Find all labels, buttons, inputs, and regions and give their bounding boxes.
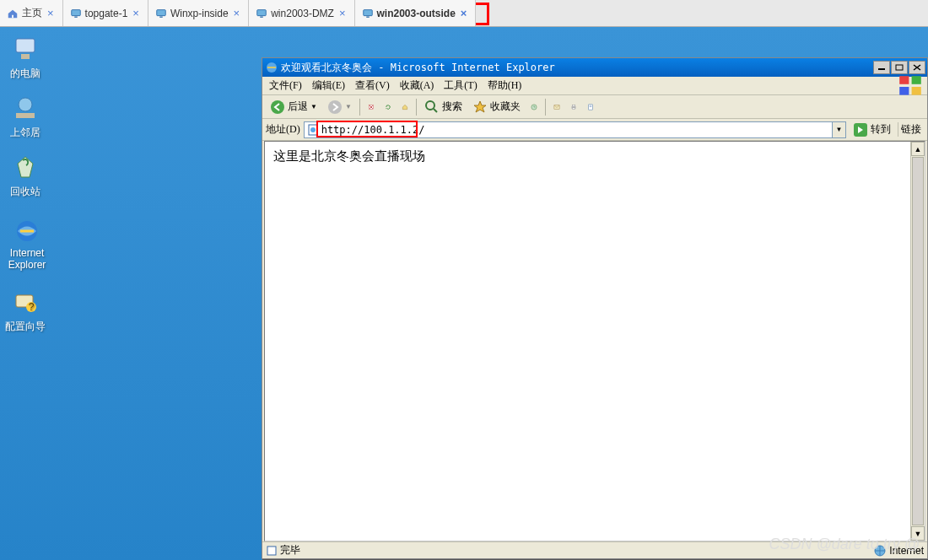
menu-help[interactable]: 帮助(H) <box>484 77 526 94</box>
vm-tab-label: win2003-DMZ <box>271 8 334 19</box>
vm-tab-label: win2003-outside <box>377 8 456 19</box>
back-label: 后退 <box>288 100 308 114</box>
close-icon[interactable]: × <box>232 7 242 19</box>
status-text: 完毕 <box>280 543 300 557</box>
vertical-scrollbar[interactable]: ▲ ▼ <box>910 142 925 541</box>
monitor-icon <box>362 8 374 19</box>
menu-edit[interactable]: 编辑(E) <box>309 77 348 94</box>
vm-tab-winxp[interactable]: Winxp-inside × <box>148 0 249 26</box>
vm-tab-label: topgate-1 <box>85 8 128 19</box>
go-label: 转到 <box>871 122 891 137</box>
vm-tab-topgate[interactable]: topgate-1 × <box>63 0 148 26</box>
chevron-down-icon: ▼ <box>836 126 843 133</box>
svg-rect-0 <box>71 9 80 15</box>
refresh-button[interactable] <box>380 100 396 115</box>
page-content: 这里是北京冬奥会直播现场 ▲ ▼ <box>264 141 925 541</box>
svg-rect-9 <box>21 54 30 59</box>
menu-favorites[interactable]: 收藏(A) <box>397 77 438 94</box>
search-icon <box>424 100 440 115</box>
go-icon <box>853 122 868 137</box>
svg-rect-37 <box>589 104 592 109</box>
chevron-down-icon: ▼ <box>310 103 317 110</box>
desktop-icon-label: 配置向导 <box>0 320 51 334</box>
svg-rect-7 <box>366 16 370 17</box>
close-icon[interactable]: × <box>46 7 56 19</box>
close-icon[interactable]: × <box>337 7 348 19</box>
window-title: 欢迎观看北京冬奥会 - Microsoft Internet Explorer <box>281 61 873 75</box>
menu-file[interactable]: 文件(F) <box>266 77 305 94</box>
address-input[interactable] <box>321 123 832 137</box>
monitor-icon <box>70 8 82 19</box>
svg-rect-36 <box>572 107 575 109</box>
svg-rect-2 <box>157 9 166 15</box>
svg-rect-6 <box>363 9 372 15</box>
close-button[interactable] <box>909 61 925 74</box>
desktop-icon-network[interactable]: 上邻居 <box>0 94 51 140</box>
minimize-button[interactable] <box>873 61 890 74</box>
search-button[interactable]: 搜索 <box>420 97 467 117</box>
menu-tools[interactable]: 工具(T) <box>440 77 480 94</box>
svg-text:?: ? <box>29 301 35 313</box>
scroll-up-button[interactable]: ▲ <box>911 142 925 156</box>
svg-point-41 <box>310 127 316 132</box>
stop-button[interactable] <box>364 100 379 115</box>
address-dropdown-button[interactable]: ▼ <box>832 122 845 137</box>
svg-rect-21 <box>899 76 909 84</box>
svg-rect-22 <box>912 76 921 84</box>
network-icon <box>11 94 40 123</box>
close-icon[interactable]: × <box>459 7 469 19</box>
ie-window: 欢迎观看北京冬奥会 - Microsoft Internet Explorer … <box>262 57 928 559</box>
print-button[interactable] <box>566 100 581 115</box>
search-label: 搜索 <box>442 100 462 114</box>
svg-rect-23 <box>899 87 909 95</box>
page-body-text: 这里是北京冬奥会直播现场 <box>265 142 925 171</box>
separator <box>545 99 546 116</box>
vm-tab-home[interactable]: 主页 × <box>0 0 63 26</box>
home-button[interactable] <box>397 100 413 115</box>
menu-view[interactable]: 查看(V) <box>352 77 393 94</box>
history-button[interactable] <box>526 100 542 115</box>
home-icon <box>7 8 19 19</box>
mail-button[interactable] <box>549 100 564 115</box>
svg-rect-8 <box>16 39 35 52</box>
back-icon <box>270 100 285 115</box>
globe-icon <box>874 545 886 557</box>
scroll-down-button[interactable]: ▼ <box>911 526 925 541</box>
svg-rect-3 <box>159 16 163 17</box>
vm-tab-outside[interactable]: win2003-outside × <box>355 0 477 26</box>
scroll-thumb[interactable] <box>912 157 924 525</box>
svg-point-25 <box>271 100 284 114</box>
svg-rect-18 <box>896 65 903 70</box>
address-label: 地址(D) <box>266 122 300 137</box>
back-button[interactable]: 后退 ▼ <box>266 97 321 117</box>
separator <box>416 99 417 116</box>
titlebar[interactable]: 欢迎观看北京冬奥会 - Microsoft Internet Explorer <box>262 58 927 77</box>
vm-tab-dmz[interactable]: win2003-DMZ × <box>249 0 354 26</box>
windows-logo-icon <box>897 78 924 94</box>
svg-rect-1 <box>74 16 78 17</box>
favorites-button[interactable]: 收藏夹 <box>468 97 525 117</box>
close-icon[interactable]: × <box>131 7 141 19</box>
svg-line-31 <box>434 109 437 112</box>
page-icon <box>306 123 320 137</box>
desktop-icon-label: 上邻居 <box>0 126 51 140</box>
recycle-icon <box>11 153 40 182</box>
desktop-icon-wizard[interactable]: ? 配置向导 <box>0 288 51 334</box>
go-button[interactable]: 转到 <box>850 122 894 137</box>
svg-rect-35 <box>572 105 575 106</box>
status-bar: 完毕 Internet <box>262 541 927 558</box>
desktop-icon-ie[interactable]: Internet Explorer <box>0 217 54 272</box>
desktop-icon-recycle[interactable]: 回收站 <box>0 153 51 199</box>
svg-point-30 <box>426 101 434 110</box>
desktop-icon-label: 的电脑 <box>0 67 51 81</box>
maximize-button[interactable] <box>891 61 908 74</box>
svg-rect-24 <box>912 87 921 95</box>
vm-tab-label: Winxp-inside <box>170 8 229 19</box>
links-label[interactable]: 链接 <box>898 122 924 137</box>
forward-button[interactable]: ▼ <box>323 97 356 117</box>
monitor-icon <box>256 8 267 19</box>
desktop-icon-computer[interactable]: 的电脑 <box>0 35 51 81</box>
svg-rect-4 <box>257 9 267 15</box>
ie-icon <box>266 62 278 73</box>
edit-button[interactable] <box>583 100 598 115</box>
